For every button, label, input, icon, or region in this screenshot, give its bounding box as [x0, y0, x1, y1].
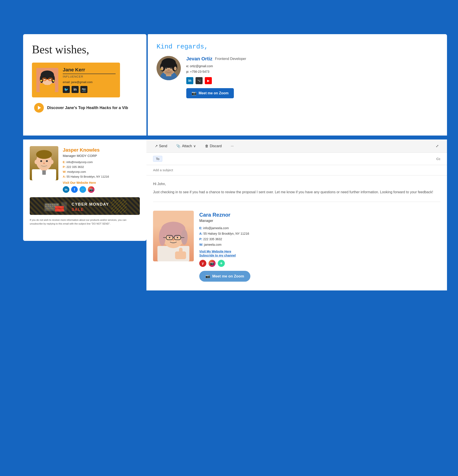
expand-button[interactable]: ⤢: [434, 143, 440, 149]
jevan-social-icons: in ⌥ ▶: [186, 77, 438, 84]
svg-point-55: [165, 67, 167, 69]
video-promo-text: Discover Jane's Top Health Hacks for a V…: [47, 106, 128, 110]
phone-label: P:: [63, 165, 67, 169]
svg-point-10: [53, 80, 54, 82]
play-button[interactable]: [34, 103, 44, 113]
linkedin-icon[interactable]: in: [186, 77, 193, 84]
jasper-title: Manager MODY CORP: [63, 154, 140, 158]
instagram-icon[interactable]: 📷: [208, 260, 216, 267]
send-button[interactable]: ↗ Send: [153, 143, 169, 149]
left-top-divider: [23, 136, 146, 139]
svg-point-53: [174, 67, 177, 70]
twitter-icon[interactable]: 🐦: [80, 186, 86, 193]
linkedin-icon[interactable]: in: [63, 186, 69, 193]
svg-point-63: [159, 228, 166, 246]
cyber-monday-banner: CYBER MONDAY SALE: [30, 197, 140, 215]
cara-title: Manager: [199, 219, 440, 223]
jane-social-icons: 🐦 in 📷: [63, 86, 116, 93]
jane-signature-box: Jane Kerr INFLUENCER email: jane@gmail.c…: [32, 63, 120, 97]
svg-point-56: [170, 67, 172, 69]
youtube-icon[interactable]: ▶: [205, 77, 212, 84]
facebook-icon[interactable]: f: [71, 186, 78, 193]
jevan-illustration-svg: [157, 56, 181, 80]
yelp-icon[interactable]: y: [199, 260, 206, 267]
banner-stripes: [30, 197, 140, 215]
subject-row: [146, 165, 447, 175]
jasper-visit-link[interactable]: Visit Our Website Here: [63, 181, 140, 185]
jevan-name-row: Jevan Ortiz Frontend Developer: [186, 56, 438, 62]
svg-point-19: [46, 160, 48, 162]
jevan-phone: +756-23-5473: [190, 70, 209, 73]
cara-zoom-label: Meet me on Zoom: [212, 274, 244, 279]
discard-icon: 🗑: [205, 144, 208, 148]
twitter-icon[interactable]: 🐦: [63, 86, 70, 93]
jevan-contact: e: ortiz@gmail.com p: +756-23-5473: [186, 63, 438, 75]
svg-point-18: [40, 160, 42, 162]
compose-panel: ↗ Send 📎 Attach ∨ 🗑 Discard ··· ⤢: [146, 139, 447, 290]
svg-point-58: [164, 70, 173, 75]
jevan-email: ortiz@gmail.com: [190, 64, 213, 68]
discard-label: Discard: [210, 144, 222, 148]
tripadvisor-icon[interactable]: ✈: [218, 260, 225, 267]
unsubscribe-text: If you do not wish to receive more infor…: [30, 218, 140, 225]
cara-contact: E: info@jameela.com A: 55 Halsey St Broo…: [199, 225, 440, 248]
svg-point-20: [43, 163, 45, 164]
cara-web-label: W:: [199, 243, 204, 246]
svg-point-5: [51, 75, 55, 83]
greeting-best-wishes: Best wishes,: [32, 43, 138, 56]
cara-zoom-button[interactable]: 📷 Meet me on Zoom: [199, 271, 250, 282]
attach-chevron-icon: ∨: [193, 144, 196, 148]
jasper-signature: Jasper Knowles Manager MODY CORP E: info…: [30, 146, 140, 193]
jasper-contact: E: info@modycorp.com P: 222 335 3632 W: …: [63, 160, 140, 179]
svg-point-70: [169, 237, 170, 238]
send-icon: ↗: [155, 144, 158, 148]
github-icon[interactable]: ⌥: [196, 77, 203, 84]
right-top-divider: [146, 136, 447, 139]
cara-photo: [153, 211, 194, 261]
svg-point-4: [40, 75, 43, 83]
email-label: E:: [63, 161, 67, 164]
jane-photo: [36, 68, 58, 92]
left-panel: Best wishes,: [23, 34, 146, 290]
jasper-web: modycorp.com: [67, 170, 86, 173]
svg-rect-74: [179, 248, 183, 254]
instagram-icon[interactable]: 📷: [80, 86, 87, 93]
cara-web: jameela.com: [204, 243, 222, 246]
cc-button[interactable]: Cc: [436, 157, 440, 161]
more-label: ···: [231, 144, 234, 148]
attach-label: Attach: [182, 144, 192, 148]
cara-signature: Cara Reznor Manager E: info@jameela.com …: [153, 206, 440, 286]
svg-point-21: [40, 165, 49, 168]
jasper-social-icons: in f 🐦 📷: [63, 186, 140, 193]
jasper-illustration-svg: [30, 146, 58, 180]
svg-point-71: [177, 237, 178, 238]
svg-point-16: [34, 160, 38, 164]
discard-button[interactable]: 🗑 Discard: [203, 143, 224, 149]
body-text: Just checking in to see if you had a cha…: [153, 189, 440, 195]
attach-button[interactable]: 📎 Attach ∨: [175, 143, 198, 149]
send-label: Send: [159, 144, 167, 148]
to-input[interactable]: [166, 157, 436, 161]
cara-links: Visit My Website Here Subscride to my ch…: [199, 250, 440, 257]
jasper-name: Jasper Knowles: [63, 147, 140, 153]
jevan-info: Jevan Ortiz Frontend Developer e: ortiz@…: [186, 56, 438, 98]
jevan-zoom-button[interactable]: 📷 Meet me on Zoom: [186, 88, 234, 98]
cara-website-link[interactable]: Visit My Website Here: [199, 250, 440, 253]
cara-name: Cara Reznor: [199, 212, 440, 218]
body-greeting: Hi John,: [153, 182, 440, 186]
cara-address-label: A:: [199, 232, 203, 235]
subject-input[interactable]: [153, 168, 440, 172]
jane-name: Jane Kerr: [63, 67, 116, 74]
cara-channel-link[interactable]: Subscride to my channel: [199, 254, 440, 257]
svg-point-9: [40, 80, 42, 82]
jevan-email-key: e:: [186, 64, 190, 68]
play-triangle-icon: [38, 106, 41, 110]
cara-info: Cara Reznor Manager E: info@jameela.com …: [199, 211, 440, 282]
cara-address: 55 Halsey St Brooklyn, NY 11216: [203, 232, 249, 235]
instagram-icon[interactable]: 📷: [88, 186, 94, 193]
cara-email: info@jameela.com: [203, 226, 229, 230]
expand-icon: ⤢: [436, 144, 439, 148]
linkedin-icon[interactable]: in: [72, 86, 79, 93]
toolbar-right: ⤢: [434, 143, 440, 149]
more-button[interactable]: ···: [229, 143, 235, 149]
